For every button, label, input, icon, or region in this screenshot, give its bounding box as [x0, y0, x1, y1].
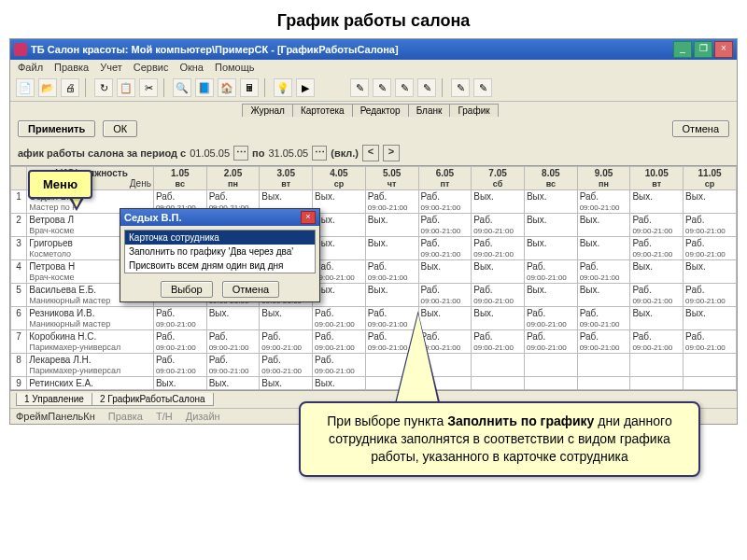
- day-cell[interactable]: Вых.: [684, 307, 737, 330]
- menu-edit[interactable]: Правка: [54, 62, 89, 73]
- day-cell[interactable]: Вых.: [524, 214, 577, 237]
- employee-name[interactable]: Ретинских Е.А.: [27, 377, 154, 390]
- day-cell[interactable]: Вых.: [524, 237, 577, 260]
- day-cell[interactable]: Вых.: [472, 190, 525, 214]
- day-cell[interactable]: [684, 377, 737, 390]
- sheet-tab-1[interactable]: 1 Управление: [16, 393, 92, 406]
- table-row[interactable]: 7Коробкина Н.С.Парикмахер-универсалРаб.0…: [11, 330, 737, 354]
- menu-file[interactable]: Файл: [18, 62, 43, 73]
- tb-a2-icon[interactable]: ✎: [373, 78, 391, 97]
- day-cell[interactable]: Вых.: [577, 214, 630, 237]
- day-cell[interactable]: [524, 354, 577, 377]
- tb-new-icon[interactable]: 📄: [16, 78, 35, 97]
- close-button[interactable]: ×: [714, 41, 733, 58]
- day-cell[interactable]: Вых.: [418, 260, 472, 284]
- day-cell[interactable]: Раб.09:00-21:00: [472, 330, 525, 354]
- day-cell[interactable]: Раб.09:00-21:00: [418, 190, 472, 214]
- day-cell[interactable]: Раб.09:00-21:00: [577, 260, 630, 284]
- day-cell[interactable]: Вых.: [313, 284, 366, 307]
- day-cell[interactable]: Вых.: [577, 284, 630, 307]
- day-cell[interactable]: Вых.: [206, 307, 260, 330]
- day-cell[interactable]: Раб.09:00-21:00: [684, 214, 737, 237]
- next-button[interactable]: >: [383, 145, 400, 161]
- tab-card[interactable]: Картотека: [292, 104, 353, 117]
- menu-account[interactable]: Учет: [100, 62, 122, 73]
- popup-item-fill[interactable]: Заполнить по графику 'Два через два': [125, 245, 315, 259]
- day-cell[interactable]: Раб.09:00-21:00: [313, 330, 366, 354]
- day-cell[interactable]: Раб.09:00-21:00: [153, 330, 206, 354]
- day-cell[interactable]: Вых.: [365, 214, 418, 237]
- day-cell[interactable]: Вых.: [260, 377, 313, 390]
- day-cell[interactable]: Раб.09:00-21:00: [153, 307, 206, 330]
- day-cell[interactable]: Вых.: [630, 307, 684, 330]
- menu-help[interactable]: Помощь: [215, 62, 255, 73]
- day-cell[interactable]: Раб.09:00-21:00: [418, 284, 472, 307]
- day-cell[interactable]: Вых.: [684, 260, 737, 284]
- day-cell[interactable]: Вых.: [365, 237, 418, 260]
- tb-open-icon[interactable]: 📂: [38, 78, 57, 97]
- day-cell[interactable]: Раб.09:00-21:00: [472, 284, 525, 307]
- day-cell[interactable]: Раб.09:00-21:00: [630, 237, 684, 260]
- tb-search-icon[interactable]: 🔍: [173, 78, 191, 97]
- day-cell[interactable]: Вых.: [524, 284, 577, 307]
- day-cell[interactable]: [577, 377, 630, 390]
- day-cell[interactable]: Раб.09:00-21:00: [418, 237, 472, 260]
- minimize-button[interactable]: _: [673, 41, 692, 58]
- tb-a1-icon[interactable]: ✎: [350, 78, 369, 97]
- menu-windows[interactable]: Окна: [179, 62, 204, 73]
- date-to-picker[interactable]: ⋯: [312, 146, 327, 161]
- tb-a5-icon[interactable]: ✎: [451, 78, 470, 97]
- day-cell[interactable]: Вых.: [472, 307, 525, 330]
- tb-cut-icon[interactable]: ✂: [139, 78, 158, 97]
- day-cell[interactable]: Раб.09:00-21:00: [472, 214, 525, 237]
- day-cell[interactable]: Раб.09:00-21:00: [313, 260, 366, 284]
- day-cell[interactable]: Вых.: [313, 237, 366, 260]
- maximize-button[interactable]: ❐: [694, 41, 712, 58]
- day-cell[interactable]: Раб.09:00-21:00: [577, 190, 630, 214]
- tb-bulb-icon[interactable]: 💡: [274, 78, 292, 97]
- popup-close-button[interactable]: ×: [301, 211, 316, 224]
- day-cell[interactable]: Вых.: [313, 190, 366, 214]
- cancel-button[interactable]: Отмена: [672, 120, 729, 137]
- day-cell[interactable]: [630, 377, 684, 390]
- day-cell[interactable]: Раб.09:00-21:00: [260, 330, 313, 354]
- date-from-picker[interactable]: ⋯: [233, 146, 248, 161]
- tb-play-icon[interactable]: ▶: [296, 78, 315, 97]
- day-cell[interactable]: Раб.09:00-21:00: [365, 260, 418, 284]
- day-cell[interactable]: Вых.: [577, 237, 630, 260]
- day-cell[interactable]: [630, 354, 684, 377]
- day-cell[interactable]: Раб.09:00-21:00: [577, 330, 630, 354]
- table-row[interactable]: 6Резникова И.В.Маникюрный мастерРаб.09:0…: [11, 307, 737, 330]
- tab-schedule[interactable]: График: [449, 104, 498, 117]
- tb-home-icon[interactable]: 🏠: [218, 78, 236, 97]
- ok-button[interactable]: ОК: [103, 120, 137, 137]
- tb-a3-icon[interactable]: ✎: [395, 78, 414, 97]
- day-cell[interactable]: [577, 354, 630, 377]
- tb-book-icon[interactable]: 📘: [195, 78, 214, 97]
- day-cell[interactable]: Раб.09:00-21:00: [418, 214, 472, 237]
- day-cell[interactable]: Вых.: [524, 190, 577, 214]
- employee-name[interactable]: Резникова И.В.Маникюрный мастер: [27, 307, 154, 330]
- tb-a4-icon[interactable]: ✎: [417, 78, 436, 97]
- day-cell[interactable]: Раб.09:00-21:00: [365, 190, 418, 214]
- prev-button[interactable]: <: [362, 145, 379, 161]
- day-cell[interactable]: Вых.: [630, 190, 684, 214]
- day-cell[interactable]: Вых.: [153, 377, 206, 390]
- day-cell[interactable]: Раб.09:00-21:00: [206, 354, 260, 377]
- tb-print-icon[interactable]: 🖨: [61, 78, 79, 97]
- tab-editor[interactable]: Редактор: [352, 104, 409, 117]
- day-cell[interactable]: Раб.09:00-21:00: [313, 307, 366, 330]
- day-cell[interactable]: Раб.09:00-21:00: [630, 214, 684, 237]
- day-cell[interactable]: Вых.: [206, 377, 260, 390]
- day-cell[interactable]: Раб.09:00-21:00: [684, 237, 737, 260]
- popup-select-button[interactable]: Выбор: [161, 281, 213, 298]
- day-cell[interactable]: Раб.09:00-21:00: [577, 307, 630, 330]
- employee-name[interactable]: Коробкина Н.С.Парикмахер-универсал: [27, 330, 154, 354]
- day-cell[interactable]: Раб.09:00-21:00: [630, 330, 684, 354]
- table-row[interactable]: 8Лекарева Л.Н.Парикмахер-универсалРаб.09…: [11, 354, 737, 377]
- day-cell[interactable]: Вых.: [365, 284, 418, 307]
- tb-a6-icon[interactable]: ✎: [473, 78, 492, 97]
- day-cell[interactable]: Раб.09:00-21:00: [524, 307, 577, 330]
- day-cell[interactable]: [472, 377, 525, 390]
- day-cell[interactable]: Вых.: [684, 190, 737, 214]
